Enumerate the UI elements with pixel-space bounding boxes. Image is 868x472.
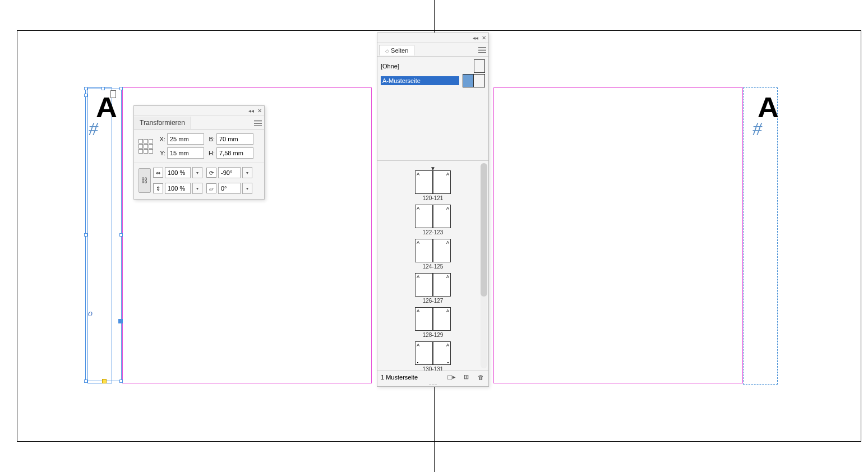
master-none-label: [Ohne] xyxy=(381,63,470,70)
out-port[interactable] xyxy=(118,319,123,323)
page-spread[interactable]: AA124-125 xyxy=(415,239,451,270)
tab-pages-label: Seiten xyxy=(391,47,408,54)
spread-thumbnail[interactable]: AA xyxy=(415,205,451,228)
reference-point-grid[interactable] xyxy=(138,139,153,154)
scrollbar-thumb[interactable] xyxy=(481,163,487,297)
scale-x-icon: ⇔ xyxy=(153,168,163,178)
page-spread[interactable]: AA128-129 xyxy=(415,307,451,338)
master-a-thumb[interactable] xyxy=(463,74,485,87)
tab-pages[interactable]: ◇ Seiten xyxy=(379,45,414,55)
selection-handle[interactable] xyxy=(101,87,105,90)
spread-label: 122-123 xyxy=(423,229,444,235)
scrollbar[interactable] xyxy=(481,163,487,368)
pages-panel[interactable]: ◂◂ ✕ ◇ Seiten [Ohne] A-Musterseite ▼AA12… xyxy=(377,33,489,387)
master-none-thumb[interactable] xyxy=(474,59,485,73)
spread-thumbnail[interactable]: AA xyxy=(415,239,451,262)
pages-footer-label: 1 Musterseite xyxy=(381,374,418,381)
rotate-input[interactable] xyxy=(218,167,241,178)
page-number-marker-left: # xyxy=(89,118,98,140)
spread-thumbnail[interactable]: AA xyxy=(415,170,451,194)
spread-thumbnail[interactable]: AA xyxy=(415,273,451,297)
y-input[interactable] xyxy=(167,147,204,159)
page-spread[interactable]: AA130-131 xyxy=(415,341,451,371)
shear-input[interactable] xyxy=(218,183,241,194)
spread-label: 126-127 xyxy=(423,298,444,304)
shear-icon: ▱ xyxy=(206,183,216,193)
page-number-marker-right: # xyxy=(752,118,762,140)
close-icon[interactable]: ✕ xyxy=(482,35,486,41)
edit-page-size-button[interactable]: ▢▸ xyxy=(447,373,456,382)
scale-x-input[interactable] xyxy=(165,167,191,178)
yellow-control-handle[interactable] xyxy=(102,379,107,383)
page-letter-left: A xyxy=(96,91,117,124)
close-icon[interactable]: ✕ xyxy=(257,108,262,114)
selection-handle[interactable] xyxy=(84,233,87,237)
h-label: H: xyxy=(206,150,215,156)
master-a-row[interactable]: A-Musterseite xyxy=(381,73,485,88)
selection-handle[interactable] xyxy=(119,233,123,237)
pages-scroll-area[interactable]: ▼AA120-121AA122-123AA124-125AA126-127AA1… xyxy=(377,161,488,371)
spread-label: 128-129 xyxy=(423,332,444,338)
section-marker: o xyxy=(88,308,93,318)
spread-label: 120-121 xyxy=(423,195,444,201)
spread-thumbnail[interactable]: AA xyxy=(415,307,451,331)
y-label: Y: xyxy=(156,150,165,156)
new-page-button[interactable]: ⊞ xyxy=(461,373,470,382)
master-none-row[interactable]: [Ohne] xyxy=(381,59,485,73)
rotate-icon: ⟳ xyxy=(206,168,216,178)
transform-panel[interactable]: ◂◂ ✕ Transformieren X: B: Y: xyxy=(133,105,265,200)
collapse-icon[interactable]: ◂◂ xyxy=(473,35,478,41)
collapse-icon[interactable]: ◂◂ xyxy=(248,108,254,114)
selection-handle[interactable] xyxy=(84,87,87,90)
scale-y-icon: ⇕ xyxy=(153,183,163,193)
master-a-label: A-Musterseite xyxy=(381,76,459,85)
panel-resizer[interactable]: ┉┉┉ xyxy=(377,383,488,386)
selection-handle[interactable] xyxy=(84,380,87,383)
w-label: B: xyxy=(206,136,215,142)
in-port[interactable] xyxy=(84,94,87,97)
selection-handle[interactable] xyxy=(119,380,123,383)
spread-thumbnail[interactable]: AA xyxy=(415,341,451,365)
rotate-dropdown[interactable]: ▾ xyxy=(242,167,252,178)
masters-section: [Ohne] A-Musterseite xyxy=(377,57,488,161)
constrain-proportions-button[interactable]: ⛓ xyxy=(138,168,151,193)
tab-transform[interactable]: Transformieren xyxy=(134,117,191,129)
panel-menu-button[interactable] xyxy=(476,44,488,56)
page-spread[interactable]: ▼AA120-121 xyxy=(415,165,451,201)
scale-x-dropdown[interactable]: ▾ xyxy=(192,167,202,178)
spread-label: 130-131 xyxy=(423,366,444,371)
scale-y-dropdown[interactable]: ▾ xyxy=(192,183,202,194)
spread-label: 124-125 xyxy=(423,263,444,270)
selection-handle[interactable] xyxy=(119,87,123,90)
panel-menu-button[interactable] xyxy=(252,117,264,129)
x-input[interactable] xyxy=(167,133,204,145)
w-input[interactable] xyxy=(216,133,253,145)
scale-y-input[interactable] xyxy=(165,183,191,194)
page-right[interactable] xyxy=(493,87,743,383)
page-spread[interactable]: AA126-127 xyxy=(415,273,451,304)
h-input[interactable] xyxy=(216,147,253,159)
shear-dropdown[interactable]: ▾ xyxy=(242,183,252,194)
x-label: X: xyxy=(156,136,165,142)
delete-page-button[interactable]: 🗑 xyxy=(476,373,485,382)
page-spread[interactable]: AA122-123 xyxy=(415,205,451,235)
